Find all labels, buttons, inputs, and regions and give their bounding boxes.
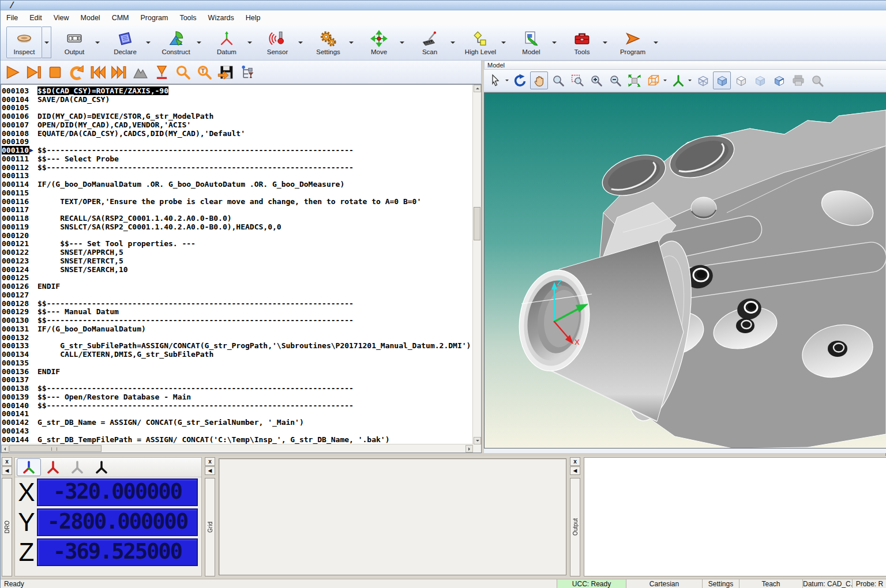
dropdown-arrow-icon[interactable] <box>92 27 102 58</box>
code-line[interactable]: 000127 <box>2 291 473 299</box>
zoom-find-icon[interactable] <box>174 63 192 81</box>
code-line[interactable]: 000125 <box>2 274 473 282</box>
status-segment-teach[interactable]: Teach <box>739 579 802 588</box>
tools-button[interactable]: Tools <box>564 27 600 58</box>
triad-gray-button[interactable] <box>65 458 89 476</box>
collapse-icon[interactable]: ◀ <box>2 466 12 475</box>
code-line[interactable]: 000126ENDIF <box>2 282 473 291</box>
rotate-view-button[interactable] <box>511 71 529 89</box>
code-line[interactable]: 000106DID(MY_CAD)=DEVICE/STOR,G_str_Mode… <box>2 112 473 120</box>
scan-button[interactable]: Scan <box>412 27 448 58</box>
code-line[interactable]: 000124 SNSET/SEARCH,10 <box>2 265 473 274</box>
code-line[interactable]: 000105 <box>2 104 473 112</box>
code-line[interactable]: 000123 SNSET/RETRCT,5 <box>2 257 473 265</box>
code-line[interactable]: 000104SAVE/DA(CAD_CSY) <box>2 95 473 104</box>
collapse-icon[interactable]: ◀ <box>570 466 580 475</box>
triad-red-button[interactable] <box>41 458 65 476</box>
code-line[interactable]: 000117 <box>2 206 473 214</box>
window-titlebar[interactable]: / <box>1 1 886 10</box>
code-line[interactable]: 000113 <box>2 172 473 180</box>
dropdown-arrow-icon[interactable] <box>143 27 153 58</box>
inspect-button[interactable]: Inspect <box>6 27 42 58</box>
code-line[interactable]: 000118 RECALL/SA(RSP2_C0001.1.40.2.A0.0-… <box>2 214 473 223</box>
scroll-up-icon[interactable] <box>474 85 481 92</box>
close-icon[interactable]: x <box>2 457 12 466</box>
dropdown-arrow-icon[interactable] <box>448 27 457 58</box>
menu-item-file[interactable]: File <box>1 12 24 24</box>
menu-item-edit[interactable]: Edit <box>24 12 48 24</box>
summit-icon[interactable] <box>132 63 149 81</box>
code-line[interactable]: 000135 <box>2 359 473 367</box>
horizontal-scroll-thumb[interactable] <box>9 445 102 452</box>
dropdown-arrow-icon[interactable] <box>42 27 51 58</box>
collapse-icon[interactable]: ◀ <box>205 466 215 475</box>
code-line[interactable]: 000130$$--------------------------------… <box>2 316 473 325</box>
csys-triad-button[interactable] <box>669 71 687 89</box>
pan-hand-button[interactable] <box>530 71 548 89</box>
hierarchy-icon[interactable] <box>238 63 256 81</box>
menu-item-help[interactable]: Help <box>240 12 266 24</box>
dropdown-arrow-icon[interactable] <box>687 78 693 83</box>
code-line[interactable]: 000111$$--- Select Probe <box>2 154 473 163</box>
code-line[interactable]: 000144G_str_DB_TempFilePath = ASSIGN/ CO… <box>2 435 473 444</box>
menu-item-program[interactable]: Program <box>134 12 174 24</box>
code-line[interactable]: 000143 <box>2 427 473 435</box>
code-line[interactable]: 000137 <box>2 376 473 385</box>
dropdown-arrow-icon[interactable] <box>600 27 610 58</box>
declare-button[interactable]: Declare <box>107 27 143 58</box>
view-hidden-line-button[interactable] <box>732 71 750 89</box>
high-level-button[interactable]: High Level <box>463 27 498 58</box>
code-line[interactable]: 000140$$--------------------------------… <box>2 401 473 410</box>
dropdown-arrow-icon[interactable] <box>504 78 510 83</box>
select-cursor-button[interactable] <box>486 71 504 89</box>
vertical-scroll-thumb[interactable] <box>474 207 480 240</box>
view-shaded-button[interactable] <box>713 71 731 89</box>
code-line[interactable]: 000119 SNSLCT/SA(RSP2_C0001.1.40.2.A0.0-… <box>2 223 473 231</box>
menu-item-cmm[interactable]: CMM <box>106 12 135 24</box>
output-button[interactable]: Output <box>57 27 92 58</box>
code-line[interactable]: 000114IF/(G_boo_DoManualDatum .OR. G_boo… <box>2 180 473 189</box>
move-button[interactable]: Move <box>361 27 397 58</box>
code-line[interactable]: 000134 CALL/EXTERN,DMIS,G_str_SubFilePat… <box>2 350 473 359</box>
program-button[interactable]: Program <box>615 27 651 58</box>
menu-item-wizards[interactable]: Wizards <box>202 12 240 24</box>
view-wireframe-button[interactable] <box>694 71 712 89</box>
step-back-icon[interactable] <box>89 63 107 81</box>
model-button[interactable]: Model <box>513 27 549 58</box>
view-flat-button[interactable] <box>751 71 769 89</box>
code-line[interactable]: 000108EQUATE/DA(CAD_CSY),CADCS,DID(MY_CA… <box>2 129 473 138</box>
run-icon[interactable] <box>3 63 21 81</box>
close-icon[interactable]: x <box>205 457 215 466</box>
close-icon[interactable]: x <box>570 457 580 466</box>
step-forward-icon[interactable] <box>110 63 128 81</box>
zoom-text-icon[interactable]: T <box>196 63 213 81</box>
code-line[interactable]: 000103$$D(CAD_CSY)=ROTATE/ZAXIS,-90 <box>2 86 473 95</box>
zoom-dynamic-button[interactable] <box>549 71 567 89</box>
dropdown-arrow-icon[interactable] <box>498 27 508 58</box>
save-program-icon[interactable] <box>217 63 235 81</box>
dro-tab[interactable]: DRO <box>2 478 12 576</box>
code-line[interactable]: 000115 <box>2 189 473 197</box>
undo-icon[interactable] <box>67 63 85 81</box>
settings-button[interactable]: Settings <box>310 27 346 58</box>
datum-button[interactable]: Datum <box>209 27 245 58</box>
code-line[interactable]: 000142G_str_DB_Name = ASSIGN/ CONCAT(G_s… <box>2 418 473 427</box>
code-line[interactable]: 000133 G_str_SubFilePath=ASSIGN/CONCAT(G… <box>2 342 473 350</box>
dropdown-arrow-icon[interactable] <box>245 27 254 58</box>
scroll-down-icon[interactable] <box>474 437 481 444</box>
code-line[interactable]: 000136ENDIF <box>2 367 473 376</box>
dropdown-arrow-icon[interactable] <box>651 27 660 58</box>
editor-horizontal-scrollbar[interactable] <box>1 444 473 453</box>
code-line[interactable]: 000128$$--------------------------------… <box>2 299 473 308</box>
code-line[interactable]: 000120 <box>2 231 473 240</box>
model-viewport[interactable]: Z X <box>484 92 886 448</box>
code-line[interactable]: 000107OPEN/DID(MY_CAD),CAD,VENDOR,'ACIS' <box>2 120 473 129</box>
code-line[interactable]: 000122 SNSET/APPRCH,5 <box>2 248 473 257</box>
dropdown-arrow-icon[interactable] <box>295 27 305 58</box>
dropdown-arrow-icon[interactable] <box>397 27 407 58</box>
code-line[interactable]: 000116 TEXT/OPER,'Ensure the probe is cl… <box>2 197 473 206</box>
status-segment-ucc-ready[interactable]: UCC: Ready <box>557 579 626 588</box>
dmis-code-editor[interactable]: 000103$$D(CAD_CSY)=ROTATE/ZAXIS,-9000010… <box>1 84 482 453</box>
editor-vertical-scrollbar[interactable] <box>472 85 481 444</box>
dropdown-arrow-icon[interactable] <box>549 27 559 58</box>
